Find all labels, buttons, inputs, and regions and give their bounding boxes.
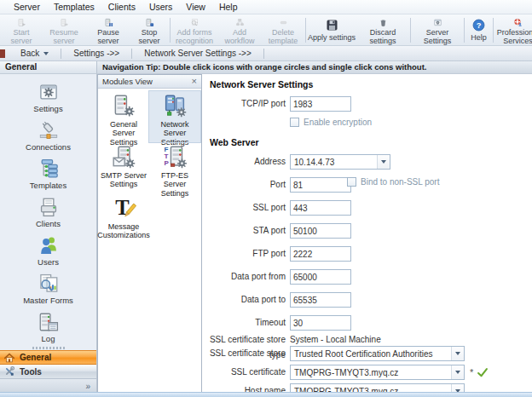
tcpip-port-input[interactable]: [290, 96, 351, 112]
modules-panel: Modules View × General Server Settings N…: [97, 74, 202, 393]
sidebar-tab-general[interactable]: General: [0, 350, 96, 365]
save-icon: [325, 18, 339, 32]
delete-template-icon: [276, 18, 291, 27]
ftp-es-server-icon: FTP: [163, 145, 188, 170]
module-message-customizations[interactable]: T Message Customizations: [98, 193, 149, 245]
server-stop-icon: [142, 18, 157, 27]
server-pause-icon: [101, 18, 116, 27]
sta-port-row: STA port: [202, 223, 532, 239]
cert-store-row: SSL certificate store Trusted Root Certi…: [202, 346, 532, 361]
overflow-chevron-button[interactable]: »: [85, 382, 90, 391]
add-workflow-button: Add workflow: [217, 15, 262, 45]
menu-view[interactable]: View: [179, 1, 212, 13]
sidebar: Settings Connections Templates Clients U…: [0, 74, 97, 393]
help-button[interactable]: ? Help: [466, 15, 492, 45]
required-asterisk: *: [470, 367, 473, 377]
breadcrumb-settings[interactable]: Settings ->>: [61, 46, 131, 60]
stop-server-button[interactable]: Stop server: [130, 15, 169, 45]
ssl-port-input[interactable]: [290, 200, 351, 216]
sidebar-item-users[interactable]: Users: [0, 231, 96, 269]
ribbon-separator: [493, 18, 494, 43]
ssl-certificate-combobox[interactable]: TMQPRG-TMYQT3.myq.cz: [290, 365, 465, 380]
address-combobox[interactable]: 10.14.4.73: [290, 154, 390, 170]
menu-help[interactable]: Help: [212, 1, 245, 13]
timeout-input[interactable]: [290, 315, 351, 331]
port-label: Port: [202, 177, 286, 193]
section-title-network: Network Server Settings: [210, 79, 313, 89]
server-resume-icon: [57, 18, 72, 27]
chevron-down-icon: [43, 52, 49, 55]
start-server-button: Start server: [2, 15, 41, 45]
trash-icon: [376, 18, 390, 27]
settings-form: Network Server Settings TCP/IP port Enab…: [202, 74, 532, 393]
templates-icon: [38, 158, 60, 180]
modules-panel-titlebar: Modules View ×: [98, 75, 201, 89]
general-server-icon: [112, 94, 136, 118]
module-ftp-es-server-settings[interactable]: FTP FTP-ES Server Settings: [149, 142, 200, 193]
breadcrumb-network-server-settings[interactable]: Network Server Settings ->>: [132, 46, 263, 60]
professional-services-button[interactable]: Professional Services: [494, 15, 532, 45]
menu-templates[interactable]: Templates: [47, 1, 101, 13]
sidebar-item-templates[interactable]: Templates: [0, 154, 96, 193]
users-icon: [38, 234, 60, 256]
window-edge-decoration: [0, 49, 5, 58]
log-icon: [38, 311, 60, 333]
sidebar-item-clients[interactable]: Clients: [0, 193, 96, 231]
chevron-down-icon: [451, 365, 464, 379]
message-customizations-icon: T: [112, 196, 136, 221]
port-input[interactable]: [290, 177, 351, 193]
data-port-from-input[interactable]: [290, 269, 351, 285]
sidebar-item-log[interactable]: Log: [0, 308, 96, 346]
menu-server[interactable]: Server: [7, 1, 47, 13]
menu-users[interactable]: Users: [142, 1, 179, 13]
window-gear-icon: [431, 18, 445, 27]
sidebar-header: General: [0, 61, 97, 74]
close-icon[interactable]: ×: [192, 77, 197, 86]
apply-settings-button[interactable]: Apply settings: [307, 15, 356, 45]
forms-recognition-icon: [188, 18, 202, 27]
bind-non-ssl-label: Bind to non-SSL port: [361, 177, 439, 187]
help-icon: ?: [471, 18, 486, 32]
server-settings-button[interactable]: Server Settings: [412, 15, 463, 45]
menubar: Server Templates Clients Users View Help: [0, 0, 532, 14]
enable-encryption-checkbox[interactable]: [290, 118, 299, 127]
module-network-server-settings[interactable]: Network Server Settings: [149, 91, 200, 142]
ftp-port-row: FTP port: [202, 246, 532, 262]
ribbon: Start server Resume server Pause server …: [0, 14, 532, 46]
ribbon-separator: [410, 18, 411, 43]
module-smtp-server-settings[interactable]: SMTP Server Settings: [98, 142, 149, 193]
tcpip-port-label: TCP/IP port: [202, 96, 286, 112]
check-icon: [477, 366, 489, 378]
sidebar-item-master-forms[interactable]: Master Forms: [0, 269, 96, 308]
ftp-port-input[interactable]: [290, 246, 351, 262]
sidebar-item-settings[interactable]: Settings: [0, 78, 96, 116]
cert-store-label: SSL certificate store: [202, 346, 286, 361]
module-general-server-settings[interactable]: General Server Settings: [98, 91, 149, 142]
data-port-to-input[interactable]: [290, 292, 351, 308]
enable-encryption-label: Enable encryption: [304, 118, 372, 127]
pause-server-button[interactable]: Pause server: [87, 15, 130, 45]
sidebar-item-connections[interactable]: Connections: [0, 116, 96, 154]
svg-text:P: P: [164, 159, 169, 167]
data-port-from-row: Data port from: [202, 269, 532, 285]
ribbon-separator: [305, 18, 306, 43]
sidebar-overflow-area: »: [0, 379, 96, 393]
svg-text:T: T: [115, 196, 130, 219]
status-bar: [0, 392, 532, 397]
menu-clients[interactable]: Clients: [101, 1, 142, 13]
cert-store-combobox[interactable]: Trusted Root Certification Authorities: [290, 346, 465, 361]
network-server-icon: [163, 94, 188, 118]
sidebar-tab-tools[interactable]: Tools: [0, 365, 96, 379]
data-port-to-label: Data port to: [202, 292, 286, 308]
sta-port-input[interactable]: [290, 223, 351, 239]
back-button[interactable]: Back: [9, 46, 61, 60]
ribbon-separator: [464, 18, 465, 43]
tcpip-port-row: TCP/IP port: [202, 96, 532, 112]
section-title-web-server: Web Server: [210, 137, 259, 147]
address-row: Address 10.14.4.73: [202, 154, 532, 170]
navigation-tip: Navigation Tip: Double click icons with …: [97, 61, 532, 74]
lifebuoy-icon: [511, 18, 525, 27]
discard-settings-button[interactable]: Discard settings: [356, 15, 409, 45]
server-start-icon: [14, 18, 29, 27]
bind-non-ssl-checkbox[interactable]: [347, 177, 356, 187]
